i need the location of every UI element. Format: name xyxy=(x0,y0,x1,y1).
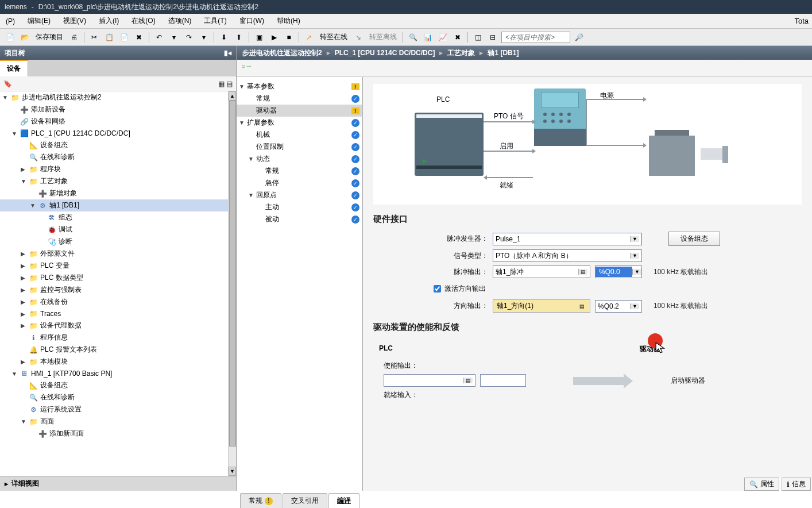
caret-icon[interactable]: ▼ xyxy=(11,130,17,137)
config-tree-item[interactable]: 常规✓ xyxy=(237,165,362,177)
collapse-pane-icon[interactable]: ▮◂ xyxy=(224,49,231,57)
tree-item[interactable]: ▶📁PLC 变量 xyxy=(0,260,236,272)
tree-item[interactable]: 🔔PLC 报警文本列表 xyxy=(0,344,236,356)
menu-p[interactable]: (P) xyxy=(3,16,17,26)
crumb-plc[interactable]: PLC_1 [CPU 1214C DC/DC/DC] xyxy=(335,49,435,57)
devices-tab[interactable]: 设备 xyxy=(0,60,28,76)
caret-icon[interactable]: ▼ xyxy=(21,178,26,184)
config-tree-item[interactable]: 驱动器 xyxy=(237,105,362,117)
caret-icon[interactable]: ▶ xyxy=(21,275,26,281)
caret-icon[interactable]: ▶ xyxy=(21,299,26,305)
caret-icon[interactable]: ▶ xyxy=(21,166,26,172)
tree-view-icon1[interactable]: ▦ xyxy=(218,80,225,88)
tree-item[interactable]: ▼📁工艺对象 xyxy=(0,175,236,187)
caret-icon[interactable]: ▼ xyxy=(239,120,245,126)
caret-icon[interactable]: ▶ xyxy=(21,322,26,329)
cut-icon[interactable]: ✂ xyxy=(88,31,100,44)
compile-icon[interactable]: ▣ xyxy=(253,31,265,44)
tree-item[interactable]: ▶📁在线备份 xyxy=(0,296,236,308)
caret-icon[interactable]: ▼ xyxy=(248,156,254,162)
tree-item[interactable]: 🩺诊断 xyxy=(0,236,236,248)
crumb-axis[interactable]: 轴1 [DB1] xyxy=(488,48,519,58)
config-tree[interactable]: ▼基本参数常规✓驱动器▼扩展参数✓机械✓位置限制✓▼动态✓常规✓急停✓▼回原点✓… xyxy=(237,77,363,491)
caret-icon[interactable]: ▶ xyxy=(21,359,26,365)
tree-item[interactable]: ▶📁监控与强制表 xyxy=(0,284,236,296)
split-v-icon[interactable]: ⊟ xyxy=(486,31,499,44)
open-project-icon[interactable]: 📂 xyxy=(18,31,31,44)
config-tree-item[interactable]: ▼回原点✓ xyxy=(237,189,362,201)
tree-item[interactable]: ▼📁步进电动机往返运动控制2 xyxy=(0,91,236,103)
enable-out-field[interactable]: ▤ xyxy=(384,374,475,387)
config-tree-item[interactable]: 常规✓ xyxy=(237,93,362,105)
caret-icon[interactable]: ▼ xyxy=(21,418,26,425)
pulse-out-addr-select[interactable]: %Q0.0 ▼ xyxy=(595,265,642,278)
caret-icon[interactable]: ▶ xyxy=(21,263,26,269)
tree-item[interactable]: ℹ程序信息 xyxy=(0,332,236,344)
save-button[interactable]: 保存项目 xyxy=(33,32,65,42)
menu-view[interactable]: 视图(V) xyxy=(61,15,88,27)
caret-icon[interactable]: ▼ xyxy=(30,202,36,209)
enable-out-addr[interactable] xyxy=(480,374,526,387)
tb-misc1-icon[interactable]: 🔍 xyxy=(407,31,419,44)
tree-filter-icon[interactable]: 🔖 xyxy=(3,80,12,88)
tree-item[interactable]: 📐设备组态 xyxy=(0,139,236,151)
go-online-icon[interactable]: ↗ xyxy=(303,31,315,44)
go-offline-btn[interactable]: 转至离线 xyxy=(367,32,399,42)
split-h-icon[interactable]: ◫ xyxy=(471,31,484,44)
print-icon[interactable]: 🖨 xyxy=(68,31,80,44)
caret-icon[interactable]: ▼ xyxy=(239,83,245,90)
config-tree-item[interactable]: ▼动态✓ xyxy=(237,153,362,165)
list-icon[interactable]: ▤ xyxy=(463,378,473,383)
dropdown-icon[interactable]: ▼ xyxy=(630,253,639,259)
tree-item[interactable]: 🔍在线和诊断 xyxy=(0,151,236,163)
menu-window[interactable]: 窗口(W) xyxy=(237,15,266,27)
caret-icon[interactable]: ▼ xyxy=(248,192,254,198)
tree-item[interactable]: ▶📁本地模块 xyxy=(0,356,236,368)
tree-item[interactable]: ▼⚙轴1 [DB1] xyxy=(0,199,236,211)
menu-insert[interactable]: 插入(I) xyxy=(96,15,121,27)
tree-item[interactable]: ▼📁画面 xyxy=(0,415,236,428)
scroll-thumb[interactable] xyxy=(229,101,236,447)
tree-item[interactable]: 🔗设备和网络 xyxy=(0,116,236,128)
config-tree-item[interactable]: 急停✓ xyxy=(237,177,362,189)
details-view-header[interactable]: ▸ 详细视图 xyxy=(0,476,236,491)
tree-item[interactable]: 🔍在线和诊断 xyxy=(0,391,236,403)
config-tree-item[interactable]: ▼基本参数 xyxy=(237,80,362,93)
tab-general[interactable]: 常规! xyxy=(240,493,281,508)
undo-icon[interactable]: ↶ xyxy=(153,31,165,44)
menu-tools[interactable]: 工具(T) xyxy=(202,15,229,27)
dir-out-addr-select[interactable]: %Q0.2 ▼ xyxy=(595,300,642,313)
config-tree-item[interactable]: 主动✓ xyxy=(237,201,362,213)
tab-compile[interactable]: 编译 xyxy=(328,493,359,508)
tree-item[interactable]: ▶📁PLC 数据类型 xyxy=(0,272,236,284)
menu-edit[interactable]: 编辑(E) xyxy=(25,15,53,27)
search-go-icon[interactable]: 🔎 xyxy=(573,31,585,44)
tree-item[interactable]: ▼🖥HMI_1 [KTP700 Basic PN] xyxy=(0,368,236,379)
new-project-icon[interactable]: 📄 xyxy=(3,31,16,44)
config-tree-item[interactable]: ▼扩展参数✓ xyxy=(237,117,362,129)
crumb-project[interactable]: 步进电动机往返运动控制2 xyxy=(242,48,322,58)
go-offline-icon[interactable]: ↘ xyxy=(352,31,365,44)
upload-icon[interactable]: ⬆ xyxy=(233,31,245,44)
copy-icon[interactable]: 📋 xyxy=(103,31,115,44)
project-search-input[interactable] xyxy=(501,32,570,43)
tree-item[interactable]: ⚙运行系统设置 xyxy=(0,403,236,415)
caret-icon[interactable]: ▶ xyxy=(21,287,26,293)
tree-item[interactable]: ▶📁Traces xyxy=(0,308,236,320)
tb-close-icon[interactable]: ✖ xyxy=(451,31,464,44)
tree-item[interactable]: ➕添加新画面 xyxy=(0,428,236,440)
tree-item[interactable]: ▼🟦PLC_1 [CPU 1214C DC/DC/DC] xyxy=(0,128,236,139)
menu-help[interactable]: 帮助(H) xyxy=(274,15,303,27)
tree-item[interactable]: ▶📁设备代理数据 xyxy=(0,320,236,332)
device-config-button[interactable]: 设备组态 xyxy=(668,232,720,246)
menu-options[interactable]: 选项(N) xyxy=(166,15,194,27)
caret-icon[interactable]: ▼ xyxy=(2,94,8,101)
tree-scrollbar[interactable]: ▲ ▼ xyxy=(228,91,236,476)
tree-item[interactable]: ▶📁外部源文件 xyxy=(0,248,236,260)
redo-icon[interactable]: ↷ xyxy=(183,31,195,44)
start-icon[interactable]: ▶ xyxy=(268,31,280,44)
dropdown-icon[interactable]: ▼ xyxy=(630,303,639,309)
scroll-down-icon[interactable]: ▼ xyxy=(229,467,236,476)
scroll-up-icon[interactable]: ▲ xyxy=(229,91,236,101)
pulse-out-name-select[interactable]: 轴1_脉冲 ▤ xyxy=(493,265,590,278)
